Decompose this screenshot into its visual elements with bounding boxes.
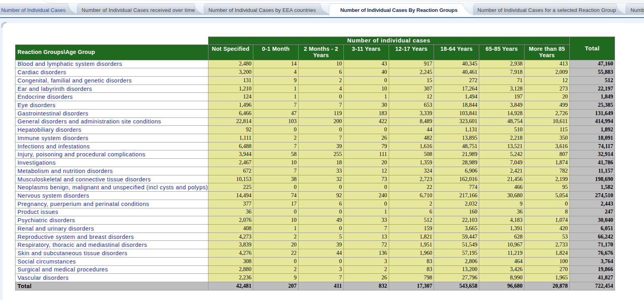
svg-text:Number of Individual Cases by: Number of Individual Cases by EEA countr… [208, 7, 316, 13]
svg-text:Number of Individual Cases: Number of Individual Cases [1, 7, 66, 13]
svg-text:Number of Individual Cases By: Number of Individual Cases By Reaction G… [340, 7, 457, 13]
svg-text:Numbe: Numbe [631, 7, 644, 13]
svg-text:Number of Individual Cases for: Number of Individual Cases for a selecte… [478, 7, 616, 13]
svg-text:Number of Individual Cases rec: Number of Individual Cases received over… [82, 7, 195, 13]
